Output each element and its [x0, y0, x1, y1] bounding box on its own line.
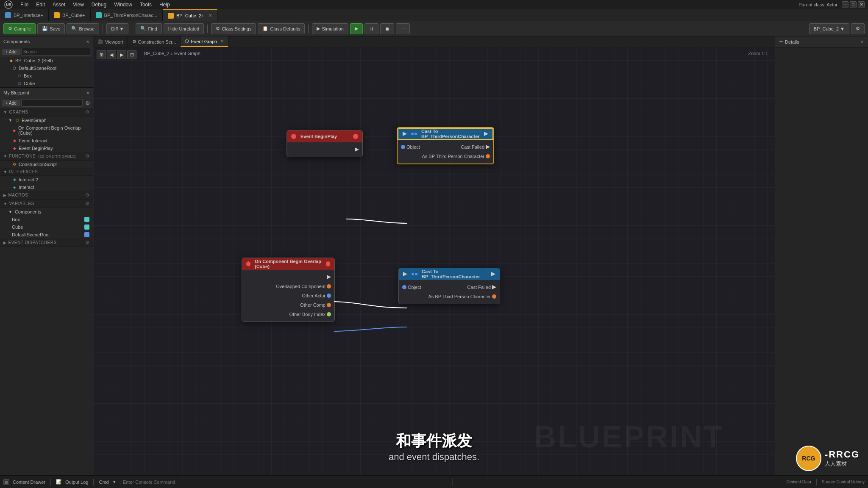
- minimize-btn[interactable]: ─: [842, 1, 849, 8]
- tab-event-graph[interactable]: ⬡ Event Graph ✕: [181, 36, 228, 47]
- graph-item-eventgraph[interactable]: ▼ ⬡ EventGraph: [0, 116, 93, 124]
- graph-item-beginplay[interactable]: ◆ Event BeginPlay: [0, 144, 93, 152]
- browse-button[interactable]: 🔍 Browse: [67, 23, 99, 34]
- menu-view[interactable]: View: [70, 1, 87, 8]
- cast-bottom-body: Object Cast Failed As BP Third Person Ch…: [399, 280, 500, 304]
- class-settings-label: Class Settings: [222, 26, 251, 31]
- interface-item-interact2[interactable]: ◈ Interact 2: [0, 176, 93, 183]
- event-dispatchers-settings-icon[interactable]: ⚙: [85, 240, 90, 245]
- drawer-icon[interactable]: ▤: [3, 479, 9, 485]
- tree-item-defaultsceneroot[interactable]: ⬡ DefaultSceneRoot: [0, 64, 93, 72]
- find-icon: 🔍: [140, 26, 146, 31]
- class-defaults-button[interactable]: 📋 Class Defaults: [258, 23, 305, 34]
- nav-forward-btn[interactable]: ▶: [117, 50, 126, 59]
- my-blueprint-close[interactable]: ✕: [86, 91, 89, 95]
- interface-item-interact[interactable]: ◈ Interact: [0, 183, 93, 191]
- node-cast-bottom[interactable]: Cast To BP_ThirdPersonCharacter Object C…: [398, 268, 500, 304]
- play-button[interactable]: ▶: [350, 23, 363, 34]
- interfaces-section-label[interactable]: ▼ INTERFACES: [0, 168, 93, 176]
- graphs-section-label[interactable]: ▼ GRAPHS ⚙: [0, 108, 93, 116]
- components-search[interactable]: [21, 48, 90, 55]
- function-item-construction[interactable]: ⚙ ConstructionScript: [0, 161, 93, 168]
- macros-section-label[interactable]: ▶ MACROS ⚙: [0, 191, 93, 200]
- save-button[interactable]: 💾 Save: [37, 23, 65, 34]
- my-blueprint-search[interactable]: [21, 99, 83, 107]
- cmd-arrow: ▼: [112, 480, 117, 484]
- variable-item-cube[interactable]: Cube: [0, 223, 93, 231]
- cast-bottom-as-label: As BP Third Person Character: [428, 294, 491, 299]
- nav-home-btn[interactable]: ⊟: [127, 50, 136, 59]
- menu-window[interactable]: Window: [111, 1, 136, 8]
- breadcrumb-root[interactable]: BP_Cube_2: [144, 51, 169, 56]
- variable-item-box[interactable]: Box: [0, 216, 93, 223]
- menu-help[interactable]: Help: [156, 1, 173, 8]
- tab-construction-scr[interactable]: ⚙ Construction Scr...: [128, 36, 181, 47]
- node-event-beginplay[interactable]: Event BeginPlay: [287, 130, 363, 157]
- tree-item-box[interactable]: □ Box: [0, 72, 93, 80]
- nav-back-btn[interactable]: ◀: [107, 50, 116, 59]
- graphs-settings-icon[interactable]: ⚙: [85, 109, 90, 115]
- functions-settings-icon[interactable]: ⚙: [85, 153, 90, 159]
- gear-icon[interactable]: ⚙: [85, 100, 90, 106]
- center-area: 🎥 Viewport ⚙ Construction Scr... ⬡ Event…: [93, 36, 775, 488]
- menu-asset[interactable]: Asset: [49, 1, 69, 8]
- tab-bp-interface[interactable]: BP_Interface+: [0, 9, 49, 21]
- event-graph-label: Event Graph: [191, 39, 217, 44]
- graph-item-overlap[interactable]: ◆ On Component Begin Overlap (Cube): [0, 124, 93, 137]
- settings-button[interactable]: ⚙: [851, 23, 865, 34]
- nav-grid-btn[interactable]: ⊞: [97, 50, 106, 59]
- variable-item-components[interactable]: ▼ Components: [0, 208, 93, 216]
- node-overlap[interactable]: On Component Begin Overlap (Cube) Overla…: [242, 258, 335, 322]
- compile-button[interactable]: ⚙ Compile: [3, 23, 36, 34]
- my-blueprint-header[interactable]: My Blueprint ✕: [0, 88, 93, 98]
- components-header[interactable]: Components ✕: [0, 36, 93, 47]
- menu-debug[interactable]: Debug: [88, 1, 110, 8]
- node-cast-top[interactable]: Cast To BP_ThirdPersonCharacter Object C…: [397, 127, 494, 164]
- variable-item-defaultsceneroot[interactable]: DefaultSceneRoot: [0, 231, 93, 238]
- diff-button[interactable]: Diff ▼: [106, 23, 128, 34]
- construction-scr-label: Construction Scr...: [138, 39, 176, 44]
- stop-button[interactable]: ⏹: [380, 23, 394, 34]
- tab-bp-cube[interactable]: BP_Cube+: [49, 9, 91, 21]
- output-log-label[interactable]: Output Log: [65, 480, 88, 485]
- step-button[interactable]: ⋯: [396, 23, 410, 34]
- simulation-button[interactable]: ▶ Simulation: [312, 23, 348, 34]
- class-settings-button[interactable]: ⚙ Class Settings: [211, 23, 256, 34]
- tab-bp-cube2[interactable]: BP_Cube_2+ ✕: [163, 9, 217, 21]
- menu-tools[interactable]: Tools: [136, 1, 155, 8]
- menu-file[interactable]: File: [17, 1, 32, 8]
- tab-viewport[interactable]: 🎥 Viewport: [93, 36, 128, 47]
- menu-edit[interactable]: Edit: [33, 1, 48, 8]
- functions-section-label[interactable]: ▼ FUNCTIONS (22 OVERRIDABLE) ⚙: [0, 152, 93, 161]
- hide-unrelated-button[interactable]: Hide Unrelated: [164, 23, 204, 34]
- tree-label-defaultsceneroot: DefaultSceneRoot: [19, 66, 56, 71]
- event-graph-close-icon[interactable]: ✕: [220, 39, 224, 44]
- find-button[interactable]: 🔍 Find: [136, 23, 161, 34]
- add-item-button[interactable]: + Add: [3, 100, 19, 106]
- class-defaults-label: Class Defaults: [270, 26, 300, 31]
- overlap-comp-row: Overlapped Component: [242, 282, 334, 291]
- tab-close-bp-cube2[interactable]: ✕: [209, 13, 212, 18]
- graph-item-interact[interactable]: ◆ Event Interact: [0, 137, 93, 144]
- play-dropdown-button[interactable]: BP_Cube_2 ▼: [809, 23, 849, 34]
- cast-bottom-exec-out-pin: [491, 272, 495, 276]
- tab-bp-thirdperson[interactable]: BP_ThirdPersonCharac...: [91, 9, 163, 21]
- pause-button[interactable]: ⏸: [364, 23, 378, 34]
- canvas-area[interactable]: ⊞ ◀ ▶ ⊟ BP_Cube_2 › Event Graph Zoom 1:1: [93, 47, 775, 488]
- event-dispatchers-section-label[interactable]: ▶ EVENT DISPATCHERS ⚙: [0, 238, 93, 247]
- variables-section-label[interactable]: ▼ VARIABLES ⚙: [0, 200, 93, 208]
- tree-item-bp-cube-self[interactable]: ◆ BP_Cube_2 (Self): [0, 57, 93, 64]
- components-close[interactable]: ✕: [86, 39, 89, 44]
- close-btn[interactable]: ✕: [858, 1, 865, 8]
- tree-item-cube[interactable]: □ Cube: [0, 80, 93, 87]
- console-input[interactable]: [120, 478, 453, 486]
- cast-top-as-label: As BP Third Person Character: [422, 154, 484, 159]
- content-drawer-label[interactable]: Content Drawer: [13, 480, 45, 485]
- variables-settings-icon[interactable]: ⚙: [85, 201, 90, 206]
- macros-settings-icon[interactable]: ⚙: [85, 192, 90, 198]
- details-close[interactable]: ✕: [860, 39, 864, 44]
- construction-icon: ⚙: [12, 162, 17, 167]
- breadcrumb-child[interactable]: Event Graph: [174, 51, 200, 56]
- maximize-btn[interactable]: □: [850, 1, 857, 8]
- add-component-button[interactable]: + Add: [3, 49, 19, 55]
